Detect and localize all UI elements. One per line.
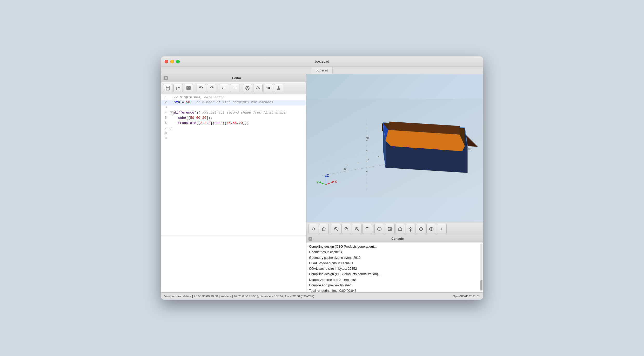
viewport-more-button[interactable]: » — [437, 224, 447, 234]
code-line-6: 6 translate([2,2,2])cube([46,56,20]); — [161, 121, 306, 126]
minimize-button[interactable] — [170, 60, 174, 63]
svg-line-52 — [337, 230, 338, 231]
console-container: ✕ Console Compiling design (CSG Products… — [306, 235, 483, 292]
viewport-info: Viewport: translate = [ 25.00 30.00 10.0… — [164, 295, 314, 298]
svg-marker-69 — [411, 228, 412, 232]
code-line-1: 1 // simple box, hard coded — [161, 95, 306, 100]
status-bar: Viewport: translate = [ 25.00 30.00 10.0… — [161, 292, 483, 300]
line-number-6: 6 — [161, 121, 169, 125]
console-header: ✕ Console — [306, 235, 483, 242]
svg-text:Z: Z — [327, 174, 329, 177]
vp-separator-1 — [330, 225, 330, 233]
vp-separator-2 — [373, 225, 373, 233]
window-controls — [165, 60, 180, 63]
viewport-zoom-in-button[interactable] — [341, 224, 351, 234]
line-content-5: cube([50,60,20]); — [169, 116, 306, 120]
window-title: box.scad — [315, 60, 329, 63]
line-number-9: 9 — [161, 137, 169, 140]
console-line-5: CGAL cache size in bytes: 22352 — [309, 266, 480, 272]
console-line-1: Compiling design (CSG Products generatio… — [309, 244, 480, 249]
console-line-6: Compiling design (CSG Products normaliza… — [309, 272, 480, 277]
toolbar-separator-3 — [241, 84, 241, 92]
export-button[interactable] — [274, 84, 283, 92]
console-line-8: Compile and preview finished. — [309, 283, 480, 288]
viewport-diagonal-button[interactable] — [416, 224, 426, 234]
svg-rect-0 — [166, 86, 169, 90]
viewport-side-button[interactable] — [406, 224, 415, 234]
svg-marker-70 — [409, 228, 411, 232]
code-line-4: 4 −difference(){ //substract second shap… — [161, 111, 306, 116]
editor-header: ✕ Editor — [161, 74, 306, 82]
console-body[interactable]: Compiling design (CSG Products generatio… — [306, 242, 483, 292]
line-content-2: $fn = 50; // number of line segments for… — [169, 100, 306, 104]
svg-rect-3 — [187, 88, 190, 90]
line-number-8: 8 — [161, 131, 169, 135]
console-line-7: Normalized tree has 2 elements! — [309, 277, 480, 283]
toolbar-separator-1 — [195, 84, 195, 92]
render-button[interactable] — [253, 84, 263, 92]
viewport-iso-button[interactable] — [426, 224, 436, 234]
viewport-zoom-out-button[interactable] — [352, 224, 362, 234]
open-file-button[interactable] — [173, 84, 183, 92]
line-number-7: 7 — [161, 127, 169, 130]
fold-icon-4[interactable]: − — [170, 111, 173, 115]
console-line-3: Geometry cache size in bytes: 2912 — [309, 255, 480, 261]
svg-rect-2 — [188, 86, 189, 88]
titlebar: box.scad — [161, 56, 483, 67]
preview-button[interactable] — [243, 84, 252, 92]
viewport-home-button[interactable] — [319, 224, 329, 234]
line-content-7: } — [169, 126, 306, 130]
tab-bar: box.scad — [161, 67, 483, 74]
tab-label: box.scad — [316, 69, 328, 72]
line-content-6: translate([2,2,2])cube([46,56,20]); — [169, 121, 306, 125]
indent-increase-button[interactable] — [230, 84, 239, 92]
line-number-5: 5 — [161, 116, 169, 120]
svg-text:X: X — [335, 180, 337, 184]
tab-box-scad[interactable]: box.scad — [311, 67, 332, 74]
save-file-button[interactable] — [184, 84, 193, 92]
export-stl-button[interactable]: STL — [264, 84, 273, 92]
viewport-perspective-button[interactable] — [374, 224, 384, 234]
editor-close-button[interactable]: ✕ — [164, 76, 168, 80]
code-editor-bottom[interactable] — [161, 235, 306, 292]
viewport-front-button[interactable] — [395, 224, 405, 234]
svg-marker-62 — [378, 227, 381, 231]
new-file-button[interactable] — [163, 84, 172, 92]
console-scrollbar[interactable] — [480, 243, 482, 291]
svg-text:05: 05 — [468, 148, 471, 151]
viewport-reset-button[interactable] — [362, 224, 372, 234]
svg-marker-71 — [419, 227, 423, 231]
viewport-fastforward-button[interactable] — [308, 224, 318, 234]
indent-decrease-button[interactable] — [220, 84, 229, 92]
undo-button[interactable] — [197, 84, 206, 92]
code-line-2: 2 $fn = 50; // number of line segments f… — [161, 100, 306, 106]
svg-text:0: 0 — [344, 168, 346, 171]
maximize-button[interactable] — [176, 60, 180, 63]
viewport-3d[interactable]: Z X Y 0 05 20 — [306, 74, 483, 222]
svg-marker-16 — [256, 86, 260, 89]
code-line-8: 8 — [161, 131, 306, 137]
console-scrollbar-thumb[interactable] — [480, 280, 482, 290]
viewport-panel: Z X Y 0 05 20 — [306, 74, 483, 235]
svg-point-11 — [247, 87, 248, 89]
line-number-3: 3 — [161, 106, 169, 109]
line-number-2: 2 — [161, 101, 169, 104]
code-editor[interactable]: 1 // simple box, hard coded 2 $fn = 50; … — [161, 94, 306, 235]
svg-text:Y: Y — [317, 181, 319, 184]
redo-button[interactable] — [207, 84, 216, 92]
svg-point-10 — [246, 86, 249, 90]
editor-bottom — [161, 235, 306, 292]
console-line-9: Total rendering time: 0:00:00.046 — [309, 288, 480, 292]
console-line-4: CGAL Polyhedrons in cache: 1 — [309, 261, 480, 266]
viewport-top-button[interactable] — [385, 224, 395, 234]
close-button[interactable] — [165, 60, 168, 63]
svg-text:20: 20 — [365, 136, 369, 140]
line-number-1: 1 — [161, 95, 169, 99]
viewport-toolbar: » — [306, 222, 483, 235]
viewport-zoom-fit-button[interactable] — [331, 224, 341, 234]
app-version: OpenSCAD 2021.01 — [453, 295, 480, 298]
console-line-2: Geometries in cache: 4 — [309, 249, 480, 255]
svg-marker-68 — [409, 227, 412, 229]
svg-line-56 — [347, 230, 348, 231]
console-close-button[interactable]: ✕ — [308, 237, 312, 241]
